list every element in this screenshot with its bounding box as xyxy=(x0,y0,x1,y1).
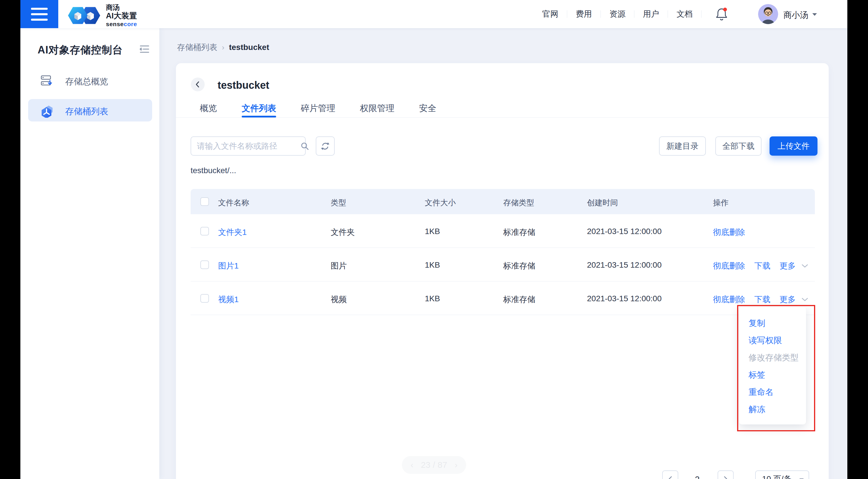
more-link[interactable]: 更多 xyxy=(780,261,796,271)
file-size: 1KB xyxy=(425,261,440,270)
file-name-link[interactable]: 图片1 xyxy=(218,261,239,271)
nav-divider xyxy=(701,10,702,18)
menu-item-tags[interactable]: 标签 xyxy=(739,366,806,383)
prev-page-button[interactable] xyxy=(662,470,678,479)
sidebar-item-storage-overview[interactable]: 存储总概览 xyxy=(28,69,152,92)
sidebar-item-label: 存储桶列表 xyxy=(65,106,108,117)
row-checkbox[interactable] xyxy=(200,227,209,236)
column-header-created: 创建时间 xyxy=(587,198,618,208)
sidebar: AI对象存储控制台 存储总概览 xyxy=(20,28,159,479)
menu-item-copy[interactable]: 复制 xyxy=(739,315,806,332)
nav-billing[interactable]: 费用 xyxy=(567,9,600,20)
sidebar-item-bucket-list[interactable]: 存储桶列表 xyxy=(28,99,152,121)
sidebar-item-label: 存储总概览 xyxy=(65,76,108,88)
nav-docs[interactable]: 文档 xyxy=(668,9,701,20)
download-link[interactable]: 下载 xyxy=(754,261,770,271)
bucket-detail-card: testbucket 概览 文件列表 碎片管理 权限管理 安全 xyxy=(176,63,829,479)
nav-resources[interactable]: 资源 xyxy=(601,9,634,20)
nav-users[interactable]: 用户 xyxy=(634,9,668,20)
created-time: 2021-03-15 12:00:00 xyxy=(587,227,662,236)
breadcrumb: 存储桶列表 › testbucket xyxy=(177,42,269,53)
created-time: 2021-03-15 12:00:00 xyxy=(587,261,662,270)
collapse-icon xyxy=(139,45,150,53)
chevron-down-icon[interactable] xyxy=(801,264,808,268)
back-button[interactable] xyxy=(191,78,205,91)
column-header-name: 文件名称 xyxy=(218,198,249,208)
download-all-button[interactable]: 全部下载 xyxy=(715,137,762,156)
app-window: 商汤 AI大装置 sensecore 官网 费用 资源 用户 文档 xyxy=(20,0,847,479)
console-title: AI对象存储控制台 xyxy=(38,43,123,57)
overlay-next-icon: › xyxy=(455,460,458,470)
user-menu-caret-icon[interactable] xyxy=(812,12,817,17)
new-directory-button[interactable]: 新建目录 xyxy=(659,137,706,156)
tabs-divider xyxy=(176,117,829,118)
refresh-button[interactable] xyxy=(316,137,335,156)
tab-permission-management[interactable]: 权限管理 xyxy=(360,101,394,117)
page-size-value: 10 页/条 xyxy=(762,474,792,479)
table-row: 视频1 视频 1KB 标准存储 2021-03-15 12:00:00 彻底删除… xyxy=(191,281,815,315)
file-table: 文件名称 类型 文件大小 存储类型 创建时间 操作 文件夹1 文件夹 1KB 标… xyxy=(191,189,815,315)
page-title: testbucket xyxy=(218,79,269,91)
file-search-box xyxy=(191,137,306,156)
tab-file-list[interactable]: 文件列表 xyxy=(242,101,276,117)
file-size: 1KB xyxy=(425,227,440,236)
notification-bell-button[interactable] xyxy=(715,7,728,23)
delete-permanently-link[interactable]: 彻底删除 xyxy=(713,261,745,271)
menu-item-change-storage-class: 修改存储类型 xyxy=(739,349,806,366)
tab-bar: 概览 文件列表 碎片管理 权限管理 安全 xyxy=(200,101,436,117)
sidebar-collapse-button[interactable] xyxy=(139,45,150,55)
tab-security[interactable]: 安全 xyxy=(419,101,436,117)
chevron-down-icon[interactable] xyxy=(801,298,808,302)
storage-class: 标准存储 xyxy=(503,294,535,305)
hamburger-menu-button[interactable] xyxy=(20,0,58,28)
row-checkbox[interactable] xyxy=(200,294,209,303)
menu-item-rename[interactable]: 重命名 xyxy=(739,383,806,400)
delete-permanently-link[interactable]: 彻底删除 xyxy=(713,294,745,305)
avatar[interactable] xyxy=(758,4,778,24)
file-name-link[interactable]: 视频1 xyxy=(218,294,239,305)
storage-class: 标准存储 xyxy=(503,227,535,238)
tab-fragment-management[interactable]: 碎片管理 xyxy=(301,101,335,117)
download-link[interactable]: 下载 xyxy=(754,294,770,305)
row-checkbox[interactable] xyxy=(200,261,209,269)
username-label[interactable]: 商小汤 xyxy=(783,9,808,21)
brand-wordmark: 商汤 AI大装置 sensecore xyxy=(106,4,137,27)
search-input[interactable] xyxy=(197,142,301,151)
refresh-icon xyxy=(320,141,330,151)
brand-logo[interactable]: 商汤 AI大装置 sensecore xyxy=(68,4,137,27)
menu-item-unfreeze[interactable]: 解冻 xyxy=(739,400,806,418)
notification-dot xyxy=(723,8,727,11)
delete-permanently-link[interactable]: 彻底删除 xyxy=(713,227,745,238)
select-all-checkbox[interactable] xyxy=(200,197,209,206)
overlay-counter: 23 / 87 xyxy=(421,460,447,470)
more-link[interactable]: 更多 xyxy=(780,294,796,305)
nav-official-site[interactable]: 官网 xyxy=(534,9,567,20)
table-row: 文件夹1 文件夹 1KB 标准存储 2021-03-15 12:00:00 彻底… xyxy=(191,214,815,248)
column-header-storage: 存储类型 xyxy=(503,198,534,208)
column-header-type: 类型 xyxy=(331,198,346,208)
topnav: 官网 费用 资源 用户 文档 xyxy=(534,0,702,28)
file-size: 1KB xyxy=(425,294,440,303)
menu-item-read-write-permission[interactable]: 读写权限 xyxy=(739,332,806,349)
row-actions: 彻底删除 下载 更多 xyxy=(713,261,808,271)
file-name-link[interactable]: 文件夹1 xyxy=(218,227,247,238)
topbar: 商汤 AI大装置 sensecore 官网 费用 资源 用户 文档 xyxy=(20,0,847,28)
row-actions: 彻底删除 下载 更多 xyxy=(713,294,808,305)
breadcrumb-current: testbucket xyxy=(229,43,269,52)
upload-file-button[interactable]: 上传文件 xyxy=(770,137,817,156)
row-actions: 彻底删除 xyxy=(713,227,745,238)
main-content: 存储桶列表 › testbucket testbucket 概览 文件列表 碎片… xyxy=(159,28,847,479)
search-icon[interactable] xyxy=(301,142,309,150)
hamburger-icon xyxy=(31,8,48,10)
brand-line1: 商汤 xyxy=(106,4,137,11)
file-type: 视频 xyxy=(331,294,347,305)
page-size-select[interactable]: 10 页/条 xyxy=(755,470,809,479)
brand-line3: sensecore xyxy=(106,21,137,27)
file-type: 图片 xyxy=(331,261,347,271)
column-header-actions: 操作 xyxy=(713,198,728,208)
next-page-button[interactable] xyxy=(718,470,734,479)
tab-overview[interactable]: 概览 xyxy=(200,101,217,117)
storage-overview-icon xyxy=(40,74,53,88)
breadcrumb-bucket-list[interactable]: 存储桶列表 xyxy=(177,42,217,53)
bell-icon xyxy=(715,7,728,22)
